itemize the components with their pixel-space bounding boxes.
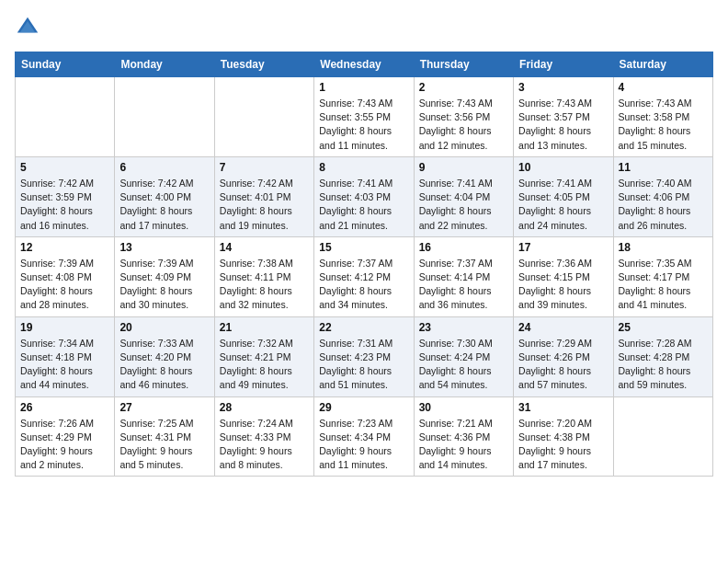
day-number: 12 <box>20 241 109 254</box>
day-number: 18 <box>619 241 708 254</box>
calendar-cell: 22Sunrise: 7:31 AMSunset: 4:23 PMDayligh… <box>314 316 414 396</box>
sunrise-text: Sunrise: 7:39 AM <box>119 257 209 270</box>
sunrise-text: Sunrise: 7:26 AM <box>20 417 109 431</box>
daylight-text: Daylight: 8 hours and 15 minutes. <box>619 124 708 152</box>
weekday-header-row: SundayMondayTuesdayWednesdayThursdayFrid… <box>16 52 713 77</box>
calendar-cell: 7Sunrise: 7:42 AMSunset: 4:01 PMDaylight… <box>214 156 313 236</box>
daylight-text: Daylight: 8 hours and 59 minutes. <box>619 364 708 392</box>
sunrise-text: Sunrise: 7:39 AM <box>20 257 109 270</box>
daylight-text: Daylight: 8 hours and 49 minutes. <box>220 364 309 392</box>
day-info: Sunrise: 7:37 AMSunset: 4:12 PMDaylight:… <box>319 257 408 313</box>
sunset-text: Sunset: 4:21 PM <box>220 350 309 364</box>
sunrise-text: Sunrise: 7:37 AM <box>419 257 508 270</box>
daylight-text: Daylight: 9 hours and 14 minutes. <box>419 444 508 472</box>
daylight-text: Daylight: 8 hours and 30 minutes. <box>119 284 209 312</box>
daylight-text: Daylight: 8 hours and 32 minutes. <box>220 284 309 312</box>
calendar-cell: 16Sunrise: 7:37 AMSunset: 4:14 PMDayligh… <box>414 236 513 316</box>
weekday-header-saturday: Saturday <box>613 52 712 77</box>
calendar-week-row: 12Sunrise: 7:39 AMSunset: 4:08 PMDayligh… <box>16 236 713 316</box>
day-number: 25 <box>619 321 708 334</box>
calendar-cell: 31Sunrise: 7:20 AMSunset: 4:38 PMDayligh… <box>514 396 613 477</box>
day-info: Sunrise: 7:41 AMSunset: 4:05 PMDaylight:… <box>518 177 608 233</box>
sunset-text: Sunset: 3:59 PM <box>20 190 109 204</box>
day-number: 28 <box>220 401 309 414</box>
day-info: Sunrise: 7:38 AMSunset: 4:11 PMDaylight:… <box>220 257 309 313</box>
day-number: 2 <box>419 81 508 94</box>
sunset-text: Sunset: 4:20 PM <box>119 350 209 364</box>
daylight-text: Daylight: 8 hours and 41 minutes. <box>619 284 708 312</box>
sunset-text: Sunset: 4:03 PM <box>319 190 408 204</box>
calendar-cell: 21Sunrise: 7:32 AMSunset: 4:21 PMDayligh… <box>214 316 313 396</box>
daylight-text: Daylight: 8 hours and 21 minutes. <box>319 204 408 232</box>
day-number: 24 <box>518 321 608 334</box>
sunrise-text: Sunrise: 7:21 AM <box>419 417 508 431</box>
sunrise-text: Sunrise: 7:29 AM <box>518 337 608 350</box>
sunrise-text: Sunrise: 7:30 AM <box>419 337 508 350</box>
day-number: 30 <box>419 401 508 414</box>
day-info: Sunrise: 7:24 AMSunset: 4:33 PMDaylight:… <box>220 417 309 473</box>
day-number: 8 <box>319 161 408 174</box>
sunrise-text: Sunrise: 7:28 AM <box>619 337 708 350</box>
calendar-cell <box>16 77 115 157</box>
sunrise-text: Sunrise: 7:43 AM <box>419 97 508 110</box>
sunset-text: Sunset: 4:38 PM <box>518 431 608 444</box>
day-info: Sunrise: 7:34 AMSunset: 4:18 PMDaylight:… <box>20 337 109 393</box>
day-info: Sunrise: 7:37 AMSunset: 4:14 PMDaylight:… <box>419 257 508 313</box>
weekday-header-sunday: Sunday <box>16 52 115 77</box>
daylight-text: Daylight: 9 hours and 5 minutes. <box>119 444 209 472</box>
calendar-cell: 28Sunrise: 7:24 AMSunset: 4:33 PMDayligh… <box>214 396 313 477</box>
weekday-header-wednesday: Wednesday <box>314 52 414 77</box>
weekday-header-friday: Friday <box>514 52 613 77</box>
day-number: 19 <box>20 321 109 334</box>
daylight-text: Daylight: 9 hours and 17 minutes. <box>518 444 608 472</box>
sunset-text: Sunset: 4:18 PM <box>20 350 109 364</box>
calendar-cell: 2Sunrise: 7:43 AMSunset: 3:56 PMDaylight… <box>414 77 513 157</box>
sunrise-text: Sunrise: 7:34 AM <box>20 337 109 350</box>
sunset-text: Sunset: 4:09 PM <box>119 270 209 284</box>
calendar-cell: 6Sunrise: 7:42 AMSunset: 4:00 PMDaylight… <box>115 156 214 236</box>
daylight-text: Daylight: 8 hours and 36 minutes. <box>419 284 508 312</box>
calendar-week-row: 5Sunrise: 7:42 AMSunset: 3:59 PMDaylight… <box>16 156 713 236</box>
daylight-text: Daylight: 8 hours and 44 minutes. <box>20 364 109 392</box>
calendar-cell: 4Sunrise: 7:43 AMSunset: 3:58 PMDaylight… <box>613 77 712 157</box>
day-number: 16 <box>419 241 508 254</box>
calendar-cell: 13Sunrise: 7:39 AMSunset: 4:09 PMDayligh… <box>115 236 214 316</box>
calendar-cell <box>613 396 712 477</box>
sunrise-text: Sunrise: 7:35 AM <box>619 257 708 270</box>
day-info: Sunrise: 7:33 AMSunset: 4:20 PMDaylight:… <box>119 337 209 393</box>
day-number: 6 <box>119 161 209 174</box>
calendar-cell: 14Sunrise: 7:38 AMSunset: 4:11 PMDayligh… <box>214 236 313 316</box>
sunset-text: Sunset: 4:17 PM <box>619 270 708 284</box>
sunrise-text: Sunrise: 7:31 AM <box>319 337 408 350</box>
daylight-text: Daylight: 8 hours and 11 minutes. <box>319 124 408 152</box>
sunset-text: Sunset: 4:08 PM <box>20 270 109 284</box>
day-number: 4 <box>619 81 708 94</box>
day-number: 29 <box>319 401 408 414</box>
daylight-text: Daylight: 8 hours and 28 minutes. <box>20 284 109 312</box>
day-number: 15 <box>319 241 408 254</box>
day-number: 26 <box>20 401 109 414</box>
day-info: Sunrise: 7:43 AMSunset: 3:58 PMDaylight:… <box>619 97 708 153</box>
calendar-cell: 11Sunrise: 7:40 AMSunset: 4:06 PMDayligh… <box>613 156 712 236</box>
daylight-text: Daylight: 8 hours and 13 minutes. <box>518 124 608 152</box>
calendar-week-row: 19Sunrise: 7:34 AMSunset: 4:18 PMDayligh… <box>16 316 713 396</box>
sunrise-text: Sunrise: 7:42 AM <box>220 177 309 190</box>
day-number: 23 <box>419 321 508 334</box>
calendar-cell: 27Sunrise: 7:25 AMSunset: 4:31 PMDayligh… <box>115 396 214 477</box>
calendar-cell: 8Sunrise: 7:41 AMSunset: 4:03 PMDaylight… <box>314 156 414 236</box>
sunrise-text: Sunrise: 7:20 AM <box>518 417 608 431</box>
daylight-text: Daylight: 9 hours and 11 minutes. <box>319 444 408 472</box>
calendar-cell: 24Sunrise: 7:29 AMSunset: 4:26 PMDayligh… <box>514 316 613 396</box>
day-info: Sunrise: 7:29 AMSunset: 4:26 PMDaylight:… <box>518 337 608 393</box>
sunset-text: Sunset: 4:12 PM <box>319 270 408 284</box>
daylight-text: Daylight: 8 hours and 19 minutes. <box>220 204 309 232</box>
calendar-cell: 30Sunrise: 7:21 AMSunset: 4:36 PMDayligh… <box>414 396 513 477</box>
day-number: 3 <box>518 81 608 94</box>
sunset-text: Sunset: 4:00 PM <box>119 190 209 204</box>
day-number: 17 <box>518 241 608 254</box>
day-info: Sunrise: 7:36 AMSunset: 4:15 PMDaylight:… <box>518 257 608 313</box>
sunset-text: Sunset: 4:34 PM <box>319 431 408 444</box>
sunset-text: Sunset: 4:24 PM <box>419 350 508 364</box>
sunrise-text: Sunrise: 7:37 AM <box>319 257 408 270</box>
sunset-text: Sunset: 4:06 PM <box>619 190 708 204</box>
